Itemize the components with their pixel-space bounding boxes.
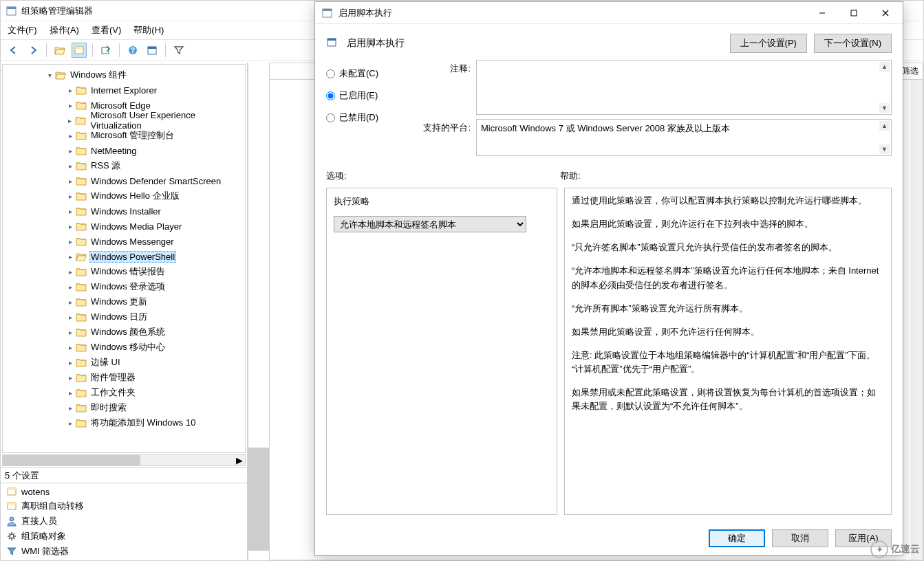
expand-icon[interactable]: ▸ xyxy=(65,419,76,427)
scroll-thumb[interactable] xyxy=(3,455,140,465)
tree-item[interactable]: ▸Windows Hello 企业版 xyxy=(3,188,245,204)
execution-policy-select[interactable]: 允许本地脚本和远程签名脚本 xyxy=(334,216,526,232)
expand-icon[interactable]: ▸ xyxy=(65,253,76,261)
platform-label: 支持的平台: xyxy=(416,119,471,156)
tree-item[interactable]: ▸工作文件夹 xyxy=(3,385,245,400)
collapse-icon[interactable]: ▾ xyxy=(44,72,55,79)
tree-root-item[interactable]: ▾Windows 组件 xyxy=(3,67,245,82)
expand-icon[interactable]: ▸ xyxy=(65,208,76,215)
expand-icon[interactable]: ▸ xyxy=(65,268,76,276)
console-item-wotens[interactable]: wotens xyxy=(1,485,247,498)
minimize-button[interactable] xyxy=(806,3,838,23)
menu-help[interactable]: 帮助(H) xyxy=(133,24,164,36)
radio-disabled[interactable]: 已禁用(D) xyxy=(326,107,402,129)
next-setting-button[interactable]: 下一个设置(N) xyxy=(814,34,892,53)
expand-icon[interactable]: ▸ xyxy=(65,314,76,321)
tree-item-label: Windows 移动中心 xyxy=(89,341,166,353)
forward-button[interactable] xyxy=(25,43,41,58)
separator xyxy=(92,43,93,57)
expand-icon[interactable]: ▸ xyxy=(65,238,76,245)
properties-button[interactable] xyxy=(144,43,160,58)
expand-icon[interactable]: ▸ xyxy=(65,344,76,351)
radio-enabled[interactable]: 已启用(E) xyxy=(326,85,402,107)
radio-not-configured[interactable]: 未配置(C) xyxy=(326,63,402,85)
previous-setting-button[interactable]: 上一个设置(P) xyxy=(730,34,807,53)
up-button[interactable] xyxy=(52,43,67,58)
notes-textarea[interactable]: ▲▼ xyxy=(476,60,892,115)
expand-icon[interactable]: ▸ xyxy=(65,147,76,155)
expand-icon[interactable]: ▸ xyxy=(65,374,76,382)
expand-icon[interactable]: ▸ xyxy=(65,404,76,412)
expand-icon[interactable]: ▸ xyxy=(65,298,76,306)
notes-scrollbar[interactable]: ▲▼ xyxy=(879,62,890,113)
lower-console-tree: wotens 离职组自动转移 直接人员 组策略对象 WMI 筛选器 xyxy=(1,483,247,560)
radio-disabled-input[interactable] xyxy=(326,113,335,122)
tree-item-label: 工作文件夹 xyxy=(89,386,137,399)
tree-item[interactable]: ▸Microsoft User Experience Virtualizatio… xyxy=(3,113,245,128)
tree-item[interactable]: ▸将功能添加到 Windows 10 xyxy=(3,415,245,430)
radio-not-configured-input[interactable] xyxy=(326,69,335,78)
filter-button[interactable] xyxy=(171,43,186,58)
tree-item[interactable]: ▸NetMeeting xyxy=(3,143,245,158)
menu-view[interactable]: 查看(V) xyxy=(92,24,121,36)
tree-item[interactable]: ▸RSS 源 xyxy=(3,158,245,173)
cancel-button[interactable]: 取消 xyxy=(772,529,828,547)
tree-item[interactable]: ▸边缘 UI xyxy=(3,355,245,370)
tree-item[interactable]: ▸Windows Defender SmartScreen xyxy=(3,173,245,188)
tree-item[interactable]: ▸Windows Media Player xyxy=(3,219,245,234)
expand-icon[interactable]: ▸ xyxy=(65,329,76,336)
expand-icon[interactable]: ▸ xyxy=(65,283,76,291)
dialog-titlebar[interactable]: 启用脚本执行 xyxy=(315,2,903,24)
expand-icon[interactable]: ▸ xyxy=(65,192,76,200)
console-item-leaver-transfer[interactable]: 离职组自动转移 xyxy=(1,498,247,514)
tree-item[interactable]: ▸Windows 登录选项 xyxy=(3,279,245,294)
maximize-button[interactable] xyxy=(838,3,870,23)
expand-icon[interactable]: ▸ xyxy=(65,223,76,230)
help-pane[interactable]: 通过使用此策略设置，你可以配置脚本执行策略以控制允许运行哪些脚本。 如果启用此策… xyxy=(564,188,892,515)
console-item-label: 直接人员 xyxy=(21,515,57,527)
tree-item[interactable]: ▸Windows 错误报告 xyxy=(3,264,245,279)
tree-item[interactable]: ▸Windows Installer xyxy=(3,204,245,219)
tree-item[interactable]: ▸Windows 移动中心 xyxy=(3,340,245,355)
tree-item[interactable]: ▸Windows PowerShell xyxy=(3,249,245,264)
tree-item[interactable]: ▸Windows Messenger xyxy=(3,234,245,249)
expand-icon[interactable]: ▸ xyxy=(65,132,76,140)
back-button[interactable] xyxy=(6,43,21,58)
tree-item[interactable]: ▸Internet Explorer xyxy=(3,82,245,98)
tree-item-label: Microsoft 管理控制台 xyxy=(89,129,175,142)
show-hide-tree-button[interactable] xyxy=(72,43,87,58)
close-button[interactable] xyxy=(870,3,901,23)
policy-dialog: 启用脚本执行 启用脚本执行 上一个设置(P) 下一个设置(N) 未配置(C) 已… xyxy=(314,1,903,556)
tree-item-label: 边缘 UI xyxy=(89,356,122,368)
expand-icon[interactable]: ▸ xyxy=(65,87,76,94)
radio-enabled-input[interactable] xyxy=(326,91,335,100)
help-button[interactable] xyxy=(125,43,140,58)
tree-item[interactable]: ▸Windows 日历 xyxy=(3,309,245,324)
expand-icon[interactable]: ▸ xyxy=(65,117,75,124)
expand-icon[interactable]: ▸ xyxy=(65,162,76,170)
platform-scrollbar[interactable]: ▲▼ xyxy=(879,121,890,154)
expand-icon[interactable]: ▸ xyxy=(65,102,76,109)
expand-icon[interactable]: ▸ xyxy=(65,389,76,397)
content-scrollbar[interactable] xyxy=(911,80,923,560)
tree-item[interactable]: ▸Windows 颜色系统 xyxy=(3,324,245,340)
expand-icon[interactable]: ▸ xyxy=(65,177,76,185)
tree-item[interactable]: ▸附件管理器 xyxy=(3,370,245,385)
tree-horizontal-scrollbar[interactable]: ◀ ▶ xyxy=(2,454,246,466)
scroll-right-icon[interactable]: ▶ xyxy=(233,455,245,465)
dialog-title: 启用脚本执行 xyxy=(339,7,806,19)
tree-item[interactable]: ▸即时搜索 xyxy=(3,400,245,415)
folder-icon xyxy=(76,402,87,413)
folder-icon xyxy=(76,281,87,292)
menu-file[interactable]: 文件(F) xyxy=(8,24,37,36)
export-button[interactable] xyxy=(98,43,114,58)
ok-button[interactable]: 确定 xyxy=(709,529,765,547)
console-item-direct-people[interactable]: 直接人员 xyxy=(1,514,247,529)
tree-item[interactable]: ▸Windows 更新 xyxy=(3,294,245,309)
tree-pane[interactable]: ▾Windows 组件▸Internet Explorer▸Microsoft … xyxy=(2,64,246,453)
expand-icon[interactable]: ▸ xyxy=(65,359,76,366)
menu-action[interactable]: 操作(A) xyxy=(50,24,79,36)
gear-icon xyxy=(6,531,17,542)
console-item-gpo[interactable]: 组策略对象 xyxy=(1,529,247,544)
console-item-wmi[interactable]: WMI 筛选器 xyxy=(1,544,247,559)
